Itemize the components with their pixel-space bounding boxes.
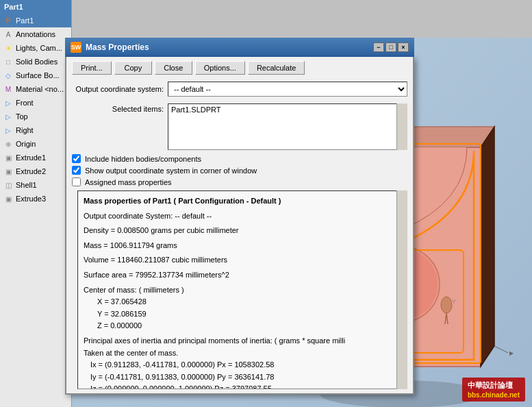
mass-properties-dialog: SW Mass Properties − □ × Print... Copy C…	[65, 38, 414, 395]
watermark-line1: 中華設計論壇	[468, 380, 520, 391]
include-hidden-label: Include hidden bodies/components	[85, 155, 201, 163]
solid-icon: □	[3, 56, 14, 67]
output-coord-row: Output coordinate system: -- default --	[72, 82, 407, 97]
dialog-button-row: Print... Copy Close Options... Recalcula…	[66, 57, 413, 79]
sidebar-item-shell1[interactable]: ◫ Shell1	[0, 178, 71, 192]
sidebar-item-top[interactable]: ▷ Top	[0, 110, 71, 123]
result-line-5: Mass = 1006.911794 grams	[84, 240, 396, 252]
output-coord-select[interactable]: -- default --	[168, 82, 407, 97]
result-line-20: Iz = (0.000000, 0.000000, 1.000000) Pz =…	[84, 383, 396, 389]
result-line-12: X = 37.065428	[84, 296, 396, 308]
include-hidden-checkbox[interactable]	[72, 154, 81, 163]
minimize-button[interactable]: −	[373, 42, 384, 52]
dialog-titlebar[interactable]: SW Mass Properties − □ ×	[65, 38, 414, 57]
assigned-mass-checkbox[interactable]	[72, 177, 81, 186]
sidebar-item-surface-bodies[interactable]: ◇ Surface Bo...	[0, 69, 71, 82]
result-line-18: Ix = (0.911283, -0.411781, 0.000000) Px …	[84, 359, 396, 371]
selected-items-value: Part1.SLDPRT	[171, 106, 221, 114]
sidebar-item-annotations[interactable]: A Annotations	[0, 27, 71, 41]
top-icon: ▷	[3, 111, 14, 122]
annotations-icon: A	[3, 29, 14, 40]
maximize-button[interactable]: □	[385, 42, 396, 52]
sidebar-item-solid-bodies[interactable]: □ Solid Bodies	[0, 55, 71, 69]
svg-line-12	[494, 346, 508, 353]
results-container[interactable]: Mass properties of Part1 ( Part Configur…	[77, 190, 402, 389]
options-button[interactable]: Options...	[195, 61, 245, 75]
assigned-mass-label: Assigned mass properties	[85, 178, 172, 186]
svg-text:Y: Y	[452, 298, 456, 305]
dialog-body: Print... Copy Close Options... Recalcula…	[65, 57, 414, 395]
dialog-controls: − □ ×	[373, 42, 409, 52]
watermark-line2: bbs.chinade.net	[468, 391, 520, 399]
dialog-title: Mass Properties	[86, 42, 149, 52]
extrude1-icon: ▣	[3, 152, 14, 163]
front-icon: ▷	[3, 97, 14, 108]
sidebar-item-material[interactable]: M Material <no...	[0, 82, 71, 96]
selected-items-container: Selected items: Part1.SLDPRT	[66, 103, 413, 153]
close-button[interactable]: ×	[398, 42, 409, 52]
show-output-label: Show output coordinate system in corner …	[85, 166, 257, 175]
include-hidden-row: Include hidden bodies/components	[66, 153, 413, 164]
selected-items-scrollbar[interactable]	[396, 103, 407, 150]
sidebar-item-extrude3[interactable]: ▣ Extrude3	[0, 192, 71, 206]
watermark: 中華設計論壇 bbs.chinade.net	[462, 378, 525, 402]
sidebar: Part1 P Part1 A Annotations ☀ Lights, Ca…	[0, 0, 72, 407]
svg-text:▶: ▶	[509, 350, 514, 356]
result-line-9: Surface area = 79952.137734 millimeters^…	[84, 269, 396, 282]
result-line-14: Z = 0.000000	[84, 320, 396, 332]
show-output-row: Show output coordinate system in corner …	[66, 164, 413, 176]
part-icon: P	[3, 15, 14, 26]
lights-icon: ☀	[3, 42, 14, 53]
output-coord-label: Output coordinate system:	[72, 85, 168, 93]
result-line-19: Iy = (-0.411781, 0.911383, 0.000000) Py …	[84, 371, 396, 384]
sidebar-header: Part1	[0, 0, 71, 14]
selected-items-label: Selected items:	[72, 103, 168, 113]
assigned-mass-row: Assigned mass properties	[66, 176, 413, 188]
extrude3-icon: ▣	[3, 193, 14, 204]
result-line-16: Principal axes of inertia and principal …	[84, 335, 396, 347]
surface-icon: ◇	[3, 70, 14, 81]
result-line-13: Y = 32.086159	[84, 308, 396, 321]
svg-point-8	[441, 297, 452, 313]
result-line-11: Center of mass: ( millimeters )	[84, 284, 396, 297]
material-icon: M	[3, 84, 14, 95]
show-output-checkbox[interactable]	[72, 166, 81, 175]
titlebar-left: SW Mass Properties	[71, 42, 149, 53]
extrude2-icon: ▣	[3, 166, 14, 177]
sidebar-item-front[interactable]: ▷ Front	[0, 96, 71, 110]
dialog-close-button[interactable]: Close	[155, 61, 192, 75]
result-line-17: Taken at the center of mass.	[84, 347, 396, 360]
svg-marker-3	[481, 127, 494, 367]
dialog-icon: SW	[71, 42, 81, 53]
print-button[interactable]: Print...	[72, 61, 112, 75]
shell1-icon: ◫	[3, 180, 14, 190]
result-line-7: Volume = 118460.211087 cubic millimeters	[84, 254, 396, 267]
sidebar-item-extrude1[interactable]: ▣ Extrude1	[0, 151, 71, 164]
sidebar-item-lights-cam[interactable]: ☀ Lights, Cam...	[0, 41, 71, 55]
sidebar-item-part1[interactable]: P Part1	[0, 14, 71, 27]
selected-items-box[interactable]: Part1.SLDPRT	[168, 103, 407, 150]
copy-button[interactable]: Copy	[114, 61, 152, 75]
results-scrollbar[interactable]	[396, 190, 407, 389]
result-line-1: Output coordinate System: -- default --	[84, 210, 396, 223]
sidebar-item-origin[interactable]: ⊕ Origin	[0, 137, 71, 151]
right-icon: ▷	[3, 125, 14, 136]
sidebar-item-extrude2[interactable]: ▣ Extrude2	[0, 164, 71, 178]
sidebar-item-right[interactable]: ▷ Right	[0, 123, 71, 137]
results-title: Mass properties of Part1 ( Part Configur…	[84, 195, 396, 208]
dialog-form: Output coordinate system: -- default --	[66, 79, 413, 103]
result-line-3: Density = 0.008500 grams per cubic milli…	[84, 225, 396, 237]
recalculate-button[interactable]: Recalculate	[248, 61, 305, 75]
origin-icon: ⊕	[3, 138, 14, 149]
